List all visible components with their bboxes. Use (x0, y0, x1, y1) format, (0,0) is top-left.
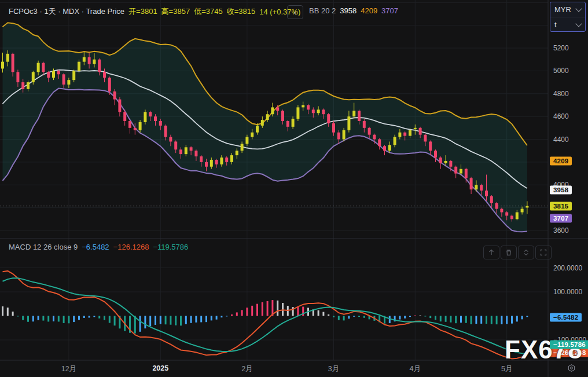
ohlc-high: 高=3857 (161, 6, 190, 17)
collapse-icon (523, 249, 530, 256)
pane-move-up-button[interactable] (483, 246, 499, 259)
macd-hist-value: −6.5482 (82, 243, 109, 251)
time-axis-label[interactable]: 5月 (501, 364, 512, 374)
price-tick-label: 5000 (553, 67, 569, 75)
chevron-down-icon (575, 20, 582, 27)
macd-axis-label: −6.5482 (550, 313, 582, 322)
macd-tick-label: 200.0000 (553, 264, 582, 272)
currency-value: MYR (554, 5, 571, 14)
price-axis-label: 4209 (550, 157, 572, 166)
time-axis-label[interactable]: 2025 (152, 364, 168, 372)
price-tick-label: 4800 (553, 90, 569, 98)
price-axis-label: 3815 (550, 202, 572, 210)
symbol-title: FCPOc3 · 1天 · MDX · Trade Price (9, 6, 124, 17)
chevron-left-icon: ‹ (294, 8, 296, 17)
pane-maximize-button[interactable] (535, 246, 552, 259)
ohlc-close: 收=3815 (227, 6, 256, 17)
unit-select[interactable]: t (550, 17, 585, 32)
price-axis-label: 3707 (550, 214, 572, 222)
macd-legend[interactable]: MACD 12 26 close 9 −6.5482 −126.1268 −11… (9, 243, 188, 251)
bb-basis-value: 3958 (340, 6, 357, 15)
maximize-icon (540, 249, 547, 256)
chevron-down-icon (575, 5, 582, 12)
price-tick-label: 5200 (553, 44, 569, 52)
pane-delete-button[interactable] (501, 246, 517, 259)
price-axis-label: 3958 (550, 185, 572, 194)
gear-icon (567, 364, 576, 372)
arrow-up-icon (488, 249, 495, 256)
macd-tick-label: 100.0000 (553, 288, 582, 296)
bb-lower-value: 3707 (381, 6, 398, 15)
chart-canvas[interactable] (0, 0, 588, 377)
time-axis-label[interactable]: 3月 (328, 364, 339, 374)
price-tick-label: 4400 (553, 136, 569, 144)
bb-legend[interactable]: BB 20 2 3958 4209 3707 (309, 6, 398, 15)
symbol-legend[interactable]: FCPOc3 · 1天 · MDX · Trade Price 开=3801 高… (9, 6, 300, 17)
macd-title: MACD 12 26 close 9 (9, 243, 78, 251)
currency-select[interactable]: MYR (550, 2, 585, 17)
price-tick-label: 4600 (553, 112, 569, 120)
time-axis-label[interactable]: 4月 (410, 364, 421, 374)
time-axis-settings-button[interactable] (565, 361, 578, 374)
pane-collapse-button[interactable] (518, 246, 534, 259)
bb-upper-value: 4209 (361, 6, 377, 15)
unit-value: t (554, 20, 557, 29)
bb-title: BB 20 2 (309, 6, 336, 15)
macd-axis-label: −119.5786 (550, 341, 588, 349)
trading-chart-app: FCPOc3 · 1天 · MDX · Trade Price 开=3801 高… (0, 0, 588, 377)
time-axis-label[interactable]: 12月 (61, 364, 76, 374)
ohlc-low: 低=3745 (194, 6, 223, 17)
price-tick-label: 3600 (553, 226, 569, 235)
trash-icon (505, 249, 512, 256)
time-axis-label[interactable]: 2月 (241, 364, 252, 374)
ohlc-open: 开=3801 (128, 6, 157, 17)
macd-line-value: −126.1268 (113, 243, 149, 251)
legend-collapse-button[interactable]: ‹ (287, 5, 303, 19)
macd-signal-value: −119.5786 (153, 243, 188, 251)
price-scale-settings-box: MYR t (550, 2, 586, 32)
